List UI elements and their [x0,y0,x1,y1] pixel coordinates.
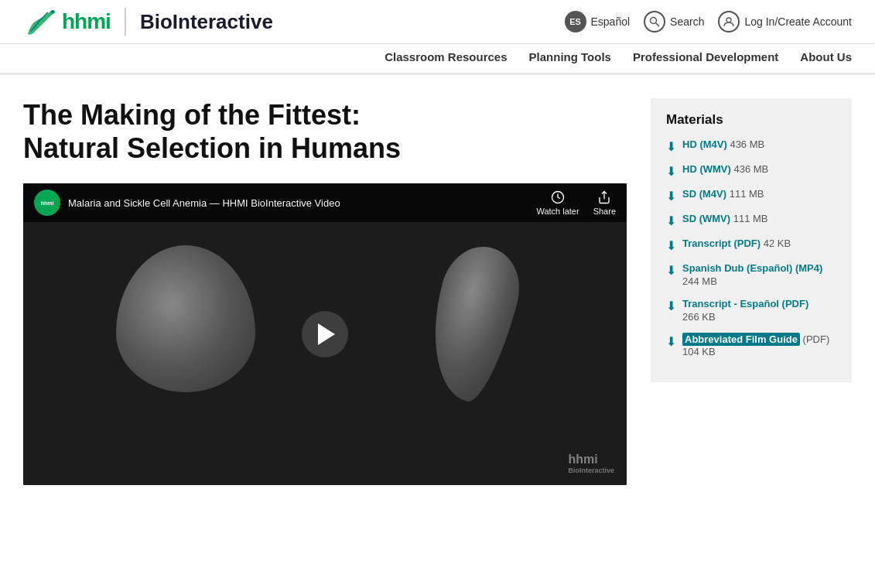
hd-m4v-size: 436 MB [730,138,764,150]
download-icon: ⬇ [666,164,676,179]
main-content: The Making of the Fittest: Natural Selec… [0,75,875,508]
transcript-pdf-link[interactable]: Transcript (PDF) [682,238,760,249]
video-logo-circle: hhmi [34,190,60,216]
nav-classroom-resources[interactable]: Classroom Resources [385,50,507,67]
search-button[interactable]: Search [644,11,704,32]
nav-planning-tools[interactable]: Planning Tools [529,50,611,67]
material-sd-wmv[interactable]: ⬇ SD (WMV) 111 MB [666,213,836,228]
download-icon: ⬇ [666,189,676,203]
film-guide-size-text: (PDF) [803,333,830,345]
svg-line-2 [656,23,660,27]
sd-m4v-link[interactable]: SD (M4V) [682,188,726,200]
svg-point-0 [51,10,54,13]
nav-professional-development[interactable]: Professional Development [633,50,778,67]
header-actions: ES Español Search Log In/Create Account [565,11,853,32]
materials-title: Materials [666,112,836,128]
material-transcript-espanol[interactable]: ⬇ Transcript - Español (PDF) 266 KB [666,298,836,324]
hd-m4v-link[interactable]: HD (M4V) [682,138,727,150]
play-button[interactable] [302,311,348,357]
account-button[interactable]: Log In/Create Account [718,11,852,32]
play-triangle-icon [318,323,335,345]
spanish-dub-link[interactable]: Spanish Dub (Español) (MP4) [682,262,822,274]
transcript-pdf-size: 42 KB [764,238,791,249]
lang-label: Español [591,15,631,28]
material-spanish-dub[interactable]: ⬇ Spanish Dub (Español) (MP4) 244 MB [666,262,836,289]
hd-wmv-size: 436 MB [733,163,768,175]
film-guide-link[interactable]: Abbreviated Film Guide [682,333,800,346]
video-player[interactable]: hhmi Malaria and Sickle Cell Anemia — HH… [23,183,627,485]
lizard-icon [23,8,57,36]
material-hd-m4v[interactable]: ⬇ HD (M4V) 436 MB [666,138,836,154]
share-button[interactable]: Share [593,190,616,216]
hd-wmv-link[interactable]: HD (WMV) [682,163,731,175]
search-label: Search [670,15,704,28]
account-label: Log In/Create Account [744,15,852,28]
account-icon [718,11,740,32]
download-icon: ⬇ [666,214,676,228]
nav-about-us[interactable]: About Us [800,50,852,67]
share-label: Share [593,207,616,216]
sickle-cell [415,238,529,408]
spanish-dub-size: 244 MB [682,275,822,289]
video-watermark: hhmi BioInteractive [568,453,614,474]
download-icon: ⬇ [666,263,676,278]
video-controls-right: Watch later Share [536,190,616,216]
film-guide-size: 104 KB [682,346,829,359]
language-button[interactable]: ES Español [565,11,631,32]
biointeractive-brand-text: BioInteractive [140,10,273,34]
hhmi-logo[interactable]: hhmi [23,8,111,36]
search-icon [644,11,665,32]
sd-m4v-size: 111 MB [730,188,764,200]
download-icon: ⬇ [666,299,676,313]
video-logo-area: hhmi Malaria and Sickle Cell Anemia — HH… [34,190,340,216]
logo-divider [125,8,126,36]
video-title-text: Malaria and Sickle Cell Anemia — HHMI Bi… [68,197,340,209]
transcript-espanol-link[interactable]: Transcript - Español (PDF) [682,298,808,309]
normal-cell [116,245,255,392]
material-film-guide[interactable]: ⬇ Abbreviated Film Guide (PDF) 104 KB [666,333,836,360]
material-hd-wmv[interactable]: ⬇ HD (WMV) 436 MB [666,163,836,179]
material-transcript-pdf[interactable]: ⬇ Transcript (PDF) 42 KB [666,238,836,253]
download-icon: ⬇ [666,139,676,154]
content-left: The Making of the Fittest: Natural Selec… [23,98,627,485]
lang-code-badge: ES [565,11,586,32]
svg-point-1 [651,18,657,24]
logo-area: hhmi BioInteractive [23,8,273,36]
video-top-bar: hhmi Malaria and Sickle Cell Anemia — HH… [23,183,627,222]
transcript-espanol-size: 266 KB [682,311,808,324]
sd-wmv-link[interactable]: SD (WMV) [682,213,730,224]
download-icon: ⬇ [666,238,676,253]
sidebar: Materials ⬇ HD (M4V) 436 MB ⬇ HD (WMV) 4… [651,98,852,485]
header: hhmi BioInteractive ES Español Search [0,0,875,44]
watch-later-label: Watch later [536,207,579,216]
hhmi-brand-text: hhmi [62,9,111,34]
page-title: The Making of the Fittest: Natural Selec… [23,98,627,165]
watch-later-button[interactable]: Watch later [536,190,579,216]
materials-box: Materials ⬇ HD (M4V) 436 MB ⬇ HD (WMV) 4… [651,98,852,382]
main-nav: Classroom Resources Planning Tools Profe… [0,44,875,75]
sd-wmv-size: 111 MB [733,213,768,224]
svg-point-3 [726,18,731,22]
material-sd-m4v[interactable]: ⬇ SD (M4V) 111 MB [666,188,836,203]
download-icon: ⬇ [666,334,676,349]
